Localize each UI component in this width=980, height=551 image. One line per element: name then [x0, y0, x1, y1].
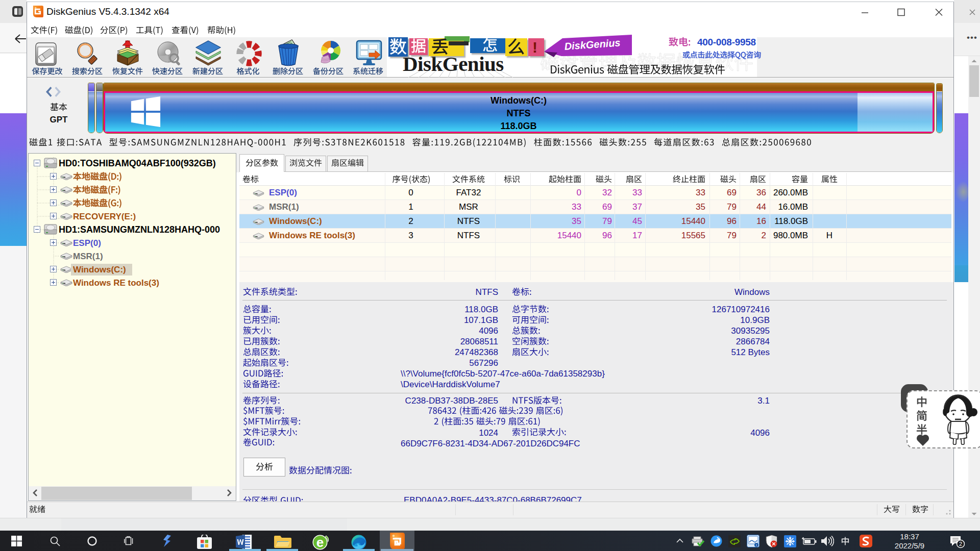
svg-text:e: e: [316, 535, 324, 550]
svg-text:i: i: [756, 543, 756, 547]
svg-text:2: 2: [959, 541, 962, 547]
